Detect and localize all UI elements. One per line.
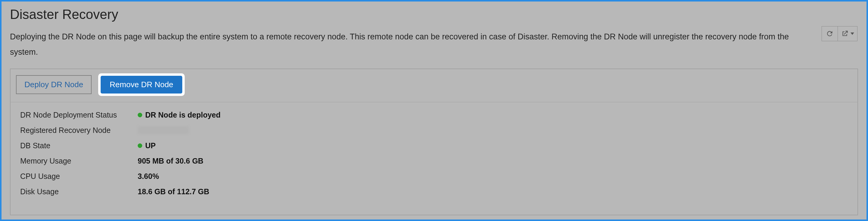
info-row-registered-node: Registered Recovery Node xyxy=(20,126,848,135)
refresh-button[interactable] xyxy=(822,27,838,41)
action-group xyxy=(822,26,858,41)
page-frame: Disaster Recovery Deploying the DR Node … xyxy=(0,0,868,221)
info-row-disk-usage: Disk Usage 18.6 GB of 112.7 GB xyxy=(20,187,848,196)
info-value-text: UP xyxy=(145,141,156,150)
info-value: 18.6 GB of 112.7 GB xyxy=(138,187,209,196)
info-value: 3.60% xyxy=(138,172,159,181)
export-button[interactable] xyxy=(838,27,857,41)
info-value-text: DR Node is deployed xyxy=(145,111,221,119)
info-value-text: 3.60% xyxy=(138,172,159,181)
status-dot-icon xyxy=(138,113,142,117)
chevron-down-icon xyxy=(850,33,854,35)
info-value-text: 18.6 GB of 112.7 GB xyxy=(138,187,209,196)
info-label: DB State xyxy=(20,141,138,150)
remove-dr-node-button[interactable]: Remove DR Node xyxy=(101,76,182,94)
info-list: DR Node Deployment Status DR Node is dep… xyxy=(10,102,858,215)
info-row-db-state: DB State UP xyxy=(20,141,848,150)
export-icon xyxy=(841,30,849,38)
remove-highlight: Remove DR Node xyxy=(98,73,185,96)
info-row-cpu-usage: CPU Usage 3.60% xyxy=(20,172,848,181)
info-row-deployment-status: DR Node Deployment Status DR Node is dep… xyxy=(20,111,848,119)
page-title: Disaster Recovery xyxy=(10,7,858,22)
page-actions xyxy=(822,26,858,41)
info-value: UP xyxy=(138,141,156,150)
info-value xyxy=(138,126,189,134)
deploy-dr-node-button[interactable]: Deploy DR Node xyxy=(16,75,92,94)
refresh-icon xyxy=(826,30,834,38)
page-description: Deploying the DR Node on this page will … xyxy=(10,29,808,60)
info-label: DR Node Deployment Status xyxy=(20,111,138,119)
redacted-value xyxy=(138,126,189,134)
info-label: CPU Usage xyxy=(20,172,138,181)
info-label: Disk Usage xyxy=(20,187,138,196)
info-row-memory-usage: Memory Usage 905 MB of 30.6 GB xyxy=(20,157,848,165)
info-label: Registered Recovery Node xyxy=(20,126,138,135)
dr-panel: Deploy DR Node Remove DR Node DR Node De… xyxy=(10,69,858,215)
panel-toolbar: Deploy DR Node Remove DR Node xyxy=(10,69,858,102)
info-value-text: 905 MB of 30.6 GB xyxy=(138,157,204,165)
info-value: DR Node is deployed xyxy=(138,111,221,119)
info-value: 905 MB of 30.6 GB xyxy=(138,157,204,165)
status-dot-icon xyxy=(138,143,142,148)
info-label: Memory Usage xyxy=(20,157,138,165)
